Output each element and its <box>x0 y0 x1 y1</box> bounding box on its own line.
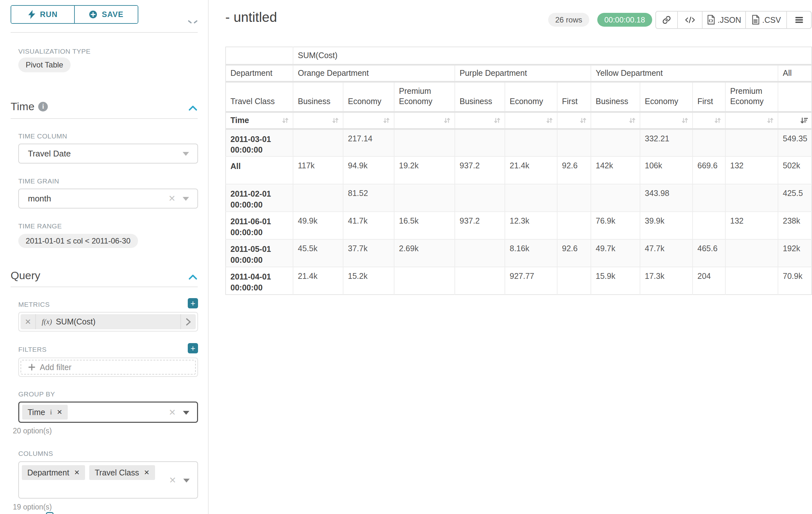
time-grain-label: TIME GRAIN <box>18 177 59 185</box>
pivot-cell: 132 <box>725 157 778 184</box>
chip-remove-icon[interactable]: ✕ <box>74 469 80 477</box>
clear-x-icon[interactable]: ✕ <box>168 194 176 203</box>
sort-icon[interactable] <box>681 116 689 125</box>
pivot-cell: 21.4k <box>293 267 343 295</box>
pivot-cell <box>557 212 591 239</box>
save-button[interactable]: SAVE <box>74 6 138 23</box>
caret-down-icon[interactable] <box>183 411 190 415</box>
pivot-cell: 70.9k <box>778 267 812 295</box>
pivot-sort-cell <box>455 112 505 129</box>
run-save-button-group: RUN SAVE <box>10 5 138 24</box>
table-row: 2011-06-01 00:00:0049.9k41.7k16.5k937.21… <box>226 212 812 239</box>
embed-code-button[interactable] <box>677 11 702 28</box>
info-icon[interactable]: i <box>38 102 48 111</box>
caret-down-icon[interactable] <box>183 479 190 483</box>
json-button-label: .JSON <box>718 16 742 25</box>
chip-remove-icon[interactable]: ✕ <box>144 469 150 477</box>
add-filter-label: Add filter <box>40 363 71 372</box>
pivot-cell <box>725 267 778 295</box>
pivot-cell: 39.9k <box>640 212 693 239</box>
row-label: 2011-05-01 00:00:00 <box>226 239 293 267</box>
select-clear-icon[interactable]: ✕ <box>169 476 176 485</box>
csv-file-icon <box>751 15 760 25</box>
table-row: 2011-04-01 00:00:0021.4k15.2k927.7715.9k… <box>226 267 812 295</box>
clipped-control <box>46 512 54 514</box>
divider <box>10 118 198 119</box>
time-section-heading: Time i <box>10 100 48 113</box>
sort-icon[interactable] <box>714 116 722 125</box>
sort-icon[interactable] <box>382 116 390 125</box>
pivot-class-header: Economy <box>640 82 693 112</box>
caret-down-icon <box>183 197 189 201</box>
chevron-tip-icon <box>188 20 192 23</box>
chevron-up-icon[interactable] <box>188 272 198 283</box>
pivot-cell <box>505 129 557 157</box>
sort-icon[interactable] <box>281 116 290 125</box>
viz-type-value[interactable]: Pivot Table <box>18 57 70 72</box>
app-root: Chart Type RUN SAVE VISUALIZATION TYPE P… <box>0 0 812 514</box>
pivot-department-header: Purple Department <box>455 64 591 82</box>
pivot-cell: 132 <box>725 212 778 239</box>
pivot-cell: 49.7k <box>591 239 640 267</box>
csv-button-label: .CSV <box>762 16 781 25</box>
metric-main[interactable]: f(x) SUM(Cost) <box>36 317 180 326</box>
pivot-cell: 204 <box>693 267 725 295</box>
sort-icon[interactable] <box>545 116 554 125</box>
add-filter-plus-button[interactable]: + <box>188 343 198 353</box>
row-count-badge: 26 rows <box>548 13 589 27</box>
chevron-up-icon[interactable] <box>188 104 198 114</box>
sort-icon[interactable] <box>493 116 501 125</box>
pivot-all-header: All <box>778 64 812 82</box>
column-chip-department[interactable]: Department ✕ <box>22 465 85 480</box>
pivot-metric-row: SUM(Cost) <box>226 47 812 64</box>
run-button[interactable]: RUN <box>11 6 74 23</box>
pivot-class-header: Premium Economy <box>394 82 455 112</box>
pivot-cell: 37.7k <box>343 239 394 267</box>
pivot-cell <box>394 184 455 212</box>
pivot-cell <box>293 184 343 212</box>
pivot-cell <box>557 129 591 157</box>
page-title: - untitled <box>225 10 277 25</box>
export-csv-button[interactable]: .CSV <box>745 11 786 28</box>
menu-button[interactable] <box>786 11 811 28</box>
add-metric-button[interactable]: + <box>188 298 198 308</box>
pivot-cell <box>693 184 725 212</box>
json-file-icon <box>707 15 715 25</box>
sort-desc-icon[interactable] <box>800 116 808 125</box>
pivot-class-header: Premium Economy <box>725 82 778 112</box>
sort-icon[interactable] <box>628 116 636 125</box>
remove-metric-icon[interactable]: ✕ <box>21 314 36 329</box>
columns-select[interactable]: Department ✕ Travel Class ✕ ✕ <box>18 461 198 498</box>
pivot-sort-cell <box>343 112 394 129</box>
group-by-chip[interactable]: Time i ✕ <box>22 405 68 420</box>
pivot-cell: 238k <box>778 212 812 239</box>
pivot-cell: 142k <box>591 157 640 184</box>
column-chip-travel-class[interactable]: Travel Class ✕ <box>89 465 155 480</box>
add-filter-button[interactable]: Add filter <box>21 360 196 375</box>
pivot-cell <box>725 239 778 267</box>
chip-info-icon[interactable]: i <box>50 408 52 416</box>
pivot-cell <box>693 129 725 157</box>
sort-icon[interactable] <box>443 116 451 125</box>
sort-icon[interactable] <box>579 116 587 125</box>
query-time-badge: 00:00:00.18 <box>597 13 652 27</box>
pivot-class-header: First <box>557 82 591 112</box>
metric-chip[interactable]: ✕ f(x) SUM(Cost) <box>21 314 196 329</box>
time-column-select[interactable]: Travel Date <box>18 143 198 164</box>
pivot-class-header: Economy <box>505 82 557 112</box>
pivot-cell: 192k <box>778 239 812 267</box>
sort-icon[interactable] <box>331 116 340 125</box>
pivot-cell: 16.5k <box>394 212 455 239</box>
sort-icon[interactable] <box>766 116 775 125</box>
select-clear-icon[interactable]: ✕ <box>169 408 176 417</box>
time-range-value[interactable]: 2011-01-01 ≤ col < 2011-06-30 <box>18 234 138 248</box>
time-grain-select[interactable]: month ✕ <box>18 189 198 209</box>
pivot-cell: 12.3k <box>505 212 557 239</box>
export-json-button[interactable]: .JSON <box>702 11 745 28</box>
chip-remove-icon[interactable]: ✕ <box>57 408 63 416</box>
group-by-select[interactable]: Time i ✕ ✕ <box>18 402 198 423</box>
share-link-button[interactable] <box>656 11 677 28</box>
pivot-cell <box>455 129 505 157</box>
metric-expand-button[interactable] <box>180 314 196 329</box>
row-label: 2011-03-01 00:00:00 <box>226 129 293 157</box>
